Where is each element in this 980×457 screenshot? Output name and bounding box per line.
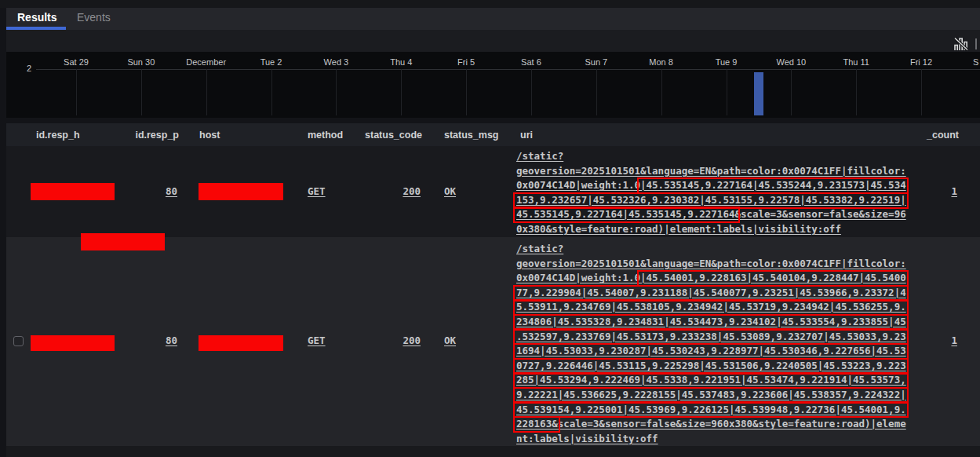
cell-uri-line[interactable]: geoversion=2025101501&language=EN&path=c… — [516, 257, 906, 272]
column-header-id.resp_h[interactable]: id.resp_h — [36, 129, 80, 141]
x-axis-gridline — [661, 69, 662, 115]
column-header-uri[interactable]: uri — [520, 129, 533, 141]
x-axis-tick: Wed 3 — [303, 57, 369, 67]
x-axis-tick: Sun 7 — [563, 57, 629, 67]
x-axis-tick: Fri 5 — [433, 57, 499, 67]
x-axis-tick: Sun 30 — [108, 57, 174, 67]
x-axis-gridline — [76, 69, 77, 115]
redaction-overlay — [81, 233, 165, 250]
x-axis-tick: December — [173, 57, 239, 67]
x-axis-gridline — [856, 69, 857, 115]
x-axis-tick: Tue 9 — [694, 57, 760, 67]
cell-uri-line[interactable]: nt:labels|visibility:off — [516, 432, 658, 447]
cell-method[interactable]: GET — [308, 185, 326, 198]
x-axis-gridline — [141, 69, 142, 115]
toolbar-separator — [975, 38, 977, 49]
x-axis-gridline — [921, 69, 922, 115]
cell-uri-line[interactable]: 228163&scale=3&sensor=false&size=960x380… — [516, 417, 906, 432]
x-axis-tick: Thu 4 — [368, 57, 434, 67]
x-axis-tick: Tue 2 — [239, 57, 304, 67]
cell-status_msg[interactable]: OK — [444, 185, 456, 198]
redaction-overlay — [31, 183, 115, 200]
x-axis-tick: Wed 10 — [758, 57, 824, 67]
x-axis-tick: Fri 12 — [888, 57, 954, 67]
x-axis-line — [36, 69, 980, 70]
x-axis-gridline — [206, 69, 207, 115]
column-header-status_msg[interactable]: status_msg — [444, 129, 498, 141]
annotation-highlight-box — [513, 401, 909, 418]
x-axis-gridline — [466, 69, 467, 115]
y-axis-label: 2 — [16, 64, 31, 73]
tab-events-label: Events — [77, 11, 111, 24]
histogram-bar[interactable] — [754, 72, 763, 115]
column-header-status_code[interactable]: status_code — [352, 129, 422, 141]
cell-uri-line[interactable]: /static? — [516, 149, 563, 164]
column-header-method[interactable]: method — [308, 129, 343, 141]
x-axis-tick: Thu 11 — [823, 57, 889, 67]
toolbar — [6, 30, 980, 52]
tab-results-label: Results — [17, 11, 57, 24]
x-axis-gridline — [791, 69, 792, 115]
cell-id.resp_p[interactable]: 80 — [110, 335, 177, 347]
redaction-overlay — [199, 335, 283, 351]
redaction-overlay — [31, 335, 115, 351]
x-axis-gridline — [531, 69, 532, 115]
x-axis-tick: Sat 29 — [43, 57, 109, 67]
tab-events[interactable]: Events — [77, 11, 111, 30]
column-header-id.resp_p[interactable]: id.resp_p — [110, 129, 179, 141]
x-axis-gridline — [336, 69, 337, 115]
row-checkbox[interactable] — [13, 336, 24, 346]
tab-bar: Results Events — [6, 8, 980, 30]
x-axis-gridline — [271, 69, 272, 115]
histogram-toggle-icon[interactable] — [953, 37, 969, 51]
table-footer — [6, 446, 980, 457]
cell-id.resp_p[interactable]: 80 — [110, 185, 177, 198]
x-axis-gridline — [727, 69, 727, 115]
x-axis-tick: Sat 6 — [498, 57, 564, 67]
window-top-strip — [0, 0, 980, 8]
annotation-highlight-box — [513, 416, 560, 433]
cell-status_msg[interactable]: OK — [444, 335, 456, 347]
cell-uri-line[interactable]: geoversion=2025101501&language=EN&path=c… — [516, 164, 906, 179]
x-axis-tick: Mon 8 — [628, 57, 694, 67]
cell-uri-line[interactable]: 0x380&style=feature:road)|element:labels… — [516, 222, 841, 237]
x-axis-gridline — [401, 69, 402, 115]
annotation-highlight-box — [513, 207, 740, 223]
cell-status_code[interactable]: 200 — [352, 335, 421, 347]
column-header-_count[interactable]: _count — [888, 129, 959, 141]
redaction-overlay — [199, 183, 283, 200]
x-axis-tick-clipped: S — [973, 57, 978, 67]
cell-uri-line[interactable]: /static? — [516, 242, 563, 257]
active-tab-indicator — [6, 27, 66, 30]
x-axis-gridline — [596, 69, 597, 115]
cell-status_code[interactable]: 200 — [352, 185, 421, 198]
column-header-host[interactable]: host — [199, 129, 220, 141]
cell-method[interactable]: GET — [308, 335, 326, 347]
app-window: Results Events 2 Sat 29Sun 30DecemberTue… — [0, 0, 980, 457]
